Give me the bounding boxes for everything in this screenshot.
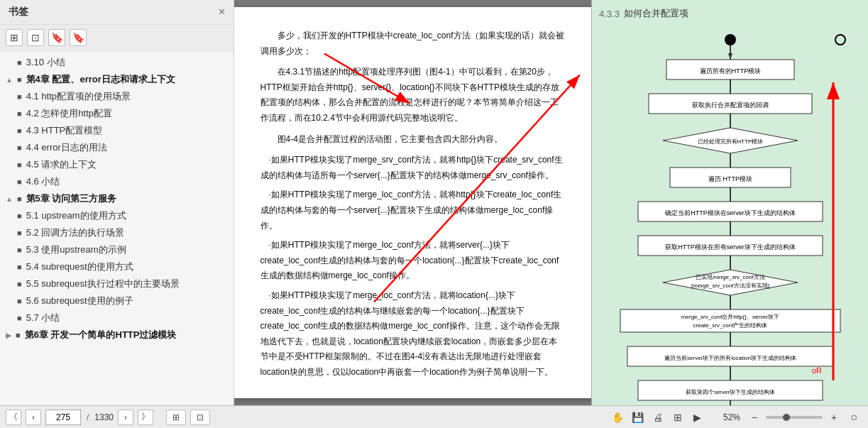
svg-point-3: [725, 34, 736, 45]
sidebar-item-45[interactable]: ■ 4.5 请求的上下文: [0, 156, 234, 173]
svg-text:已经处理完所有HTTP模块: 已经处理完所有HTTP模块: [698, 138, 764, 145]
sidebar-title: 书签: [9, 6, 28, 18]
bookmark-tool-4[interactable]: 🔖: [70, 29, 87, 46]
close-button[interactable]: ×: [219, 6, 225, 18]
svg-text:获取HTTP模块在所有server块下生成的结构体: 获取HTTP模块在所有server块下生成的结构体: [665, 243, 796, 251]
zoom-level: 52%: [720, 412, 743, 422]
sidebar-item-51[interactable]: ■ 5.1 upstream的使用方式: [0, 207, 234, 224]
page-container[interactable]: 多少，我们开发的HTTP模块中create_loc_conf方法（如果实现的话）…: [234, 0, 591, 405]
circle-button[interactable]: ○: [845, 409, 862, 426]
sidebar-item-55[interactable]: ■ 5.5 subrequest执行过程中的主要场景: [0, 275, 234, 292]
sidebar-item-ch6[interactable]: ▶ ■ 第6章 开发一个简单的HTTP过滤模块: [0, 327, 234, 344]
bullet-icon: ■: [17, 75, 22, 84]
svg-text:获取执行合并配置项的回调: 获取执行合并配置项的回调: [692, 101, 769, 109]
bullet-icon: ■: [17, 297, 22, 305]
next-page-button[interactable]: ›: [118, 410, 133, 425]
sidebar-item-53[interactable]: ■ 5.3 使用upstream的示例: [0, 241, 234, 258]
print-button[interactable]: 🖨: [649, 409, 666, 426]
diagram-title-text: 如何合并配置项: [624, 7, 688, 20]
paragraph-2: 在4.3.1节描述的http配置项处理序列图（图4-1）中可以看到，在第20步，…: [260, 65, 566, 126]
bullet-3: ·如果HTTP模块实现了merge_loc_conf方法，就将server{..…: [260, 238, 566, 284]
svg-text:遍历所有的HTTP模块: 遍历所有的HTTP模块: [700, 67, 762, 75]
sidebar-item-46[interactable]: ■ 4.6 小结: [0, 173, 234, 190]
expand-icon: ▲: [6, 195, 13, 203]
svg-text:oR: oR: [812, 366, 822, 375]
bullet-icon: ■: [16, 331, 21, 339]
svg-text:遍历 HTTP模块: 遍历 HTTP模块: [708, 175, 752, 182]
paragraph-3: 图4-4是合并配置过程的活动图，它主要包含四大部分内容。: [260, 132, 566, 148]
page-number-input[interactable]: [45, 410, 81, 425]
sidebar-item-42[interactable]: ■ 4.2 怎样使用http配置: [0, 105, 234, 122]
sidebar-item-310[interactable]: ■ 3.10 小结: [0, 54, 234, 71]
sidebar-item-ch5[interactable]: ▲ ■ 第5章 访问第三方服务: [0, 190, 234, 207]
bullet-icon: ■: [17, 92, 22, 101]
svg-rect-28: [620, 309, 840, 332]
prev-page-button[interactable]: ‹: [26, 410, 41, 425]
svg-text:确定当前HTTP模块在server块下生成的结构体: 确定当前HTTP模块在server块下生成的结构体: [664, 209, 796, 216]
first-page-button[interactable]: 《: [6, 410, 21, 425]
bullet-icon: ■: [17, 58, 22, 67]
sidebar-toolbar: ⊞ ⊡ 🔖 🔖: [0, 25, 234, 51]
svg-text:已实现merge_srv_conf方法: 已实现merge_srv_conf方法: [696, 274, 764, 280]
last-page-button[interactable]: 》: [138, 410, 153, 425]
play-button[interactable]: ▶: [689, 409, 706, 426]
sidebar-item-43[interactable]: ■ 4.3 HTTP配置模型: [0, 122, 234, 139]
bullet-icon: ■: [17, 109, 22, 118]
sidebar-header: 书签 ×: [0, 0, 234, 25]
bullet-icon: ■: [17, 246, 22, 254]
zoom-thumb[interactable]: [783, 414, 790, 421]
sidebar-item-44[interactable]: ■ 4.4 error日志的用法: [0, 139, 234, 156]
bottom-bar: 《 ‹ / 1330 › 》 ⊞ ⊡ ✋ 💾 🖨 ⊞ ▶ 52% − + ○: [0, 405, 868, 428]
sidebar-item-ch4[interactable]: ▲ ■ 第4章 配置、error日志和请求上下文: [0, 71, 234, 88]
diagram-header: 4.3.3 如何合并配置项: [599, 7, 861, 20]
svg-text:create_srv_conf产生的结构体: create_srv_conf产生的结构体: [693, 322, 768, 329]
svg-text:获取第四个server块下生成的结构体: 获取第四个server块下生成的结构体: [686, 389, 775, 395]
bullet-icon: ■: [17, 280, 22, 288]
bullet-icon: ■: [17, 143, 22, 152]
right-toolbar: ✋ 💾 🖨 ⊞ ▶: [610, 409, 706, 426]
page-total: 1330: [94, 412, 114, 422]
diagram-panel: 4.3.3 如何合并配置项 遍历所有的HTTP模块 获取执行合并配置项: [591, 0, 868, 405]
svg-point-4: [835, 35, 845, 45]
svg-text:merge_srv_conf合并http{}、server块: merge_srv_conf合并http{}、server块下: [681, 314, 779, 320]
bullet-icon: ■: [17, 160, 22, 169]
bullet-icon: ■: [17, 314, 22, 322]
save-button[interactable]: 💾: [630, 409, 647, 426]
bullet-icon: ■: [17, 177, 22, 186]
sidebar-item-57[interactable]: ■ 5.7 小结: [0, 309, 234, 327]
zoom-out-button[interactable]: −: [747, 410, 762, 424]
bookmark-tool-1[interactable]: ⊞: [6, 29, 23, 46]
page-separator: /: [87, 412, 89, 422]
sidebar-item-52[interactable]: ■ 5.2 回调方法的执行场景: [0, 224, 234, 241]
bullet-icon: ■: [17, 194, 22, 203]
bullet-1: ·如果HTTP模块实现了merge_srv_conf方法，就将http{}块下c…: [260, 153, 566, 183]
sidebar-item-41[interactable]: ■ 4.1 http配置项的使用场景: [0, 88, 234, 105]
hand-tool-button[interactable]: ✋: [610, 409, 627, 426]
fit-page-button[interactable]: ⊞: [166, 410, 186, 425]
diagram-section-num: 4.3.3: [599, 9, 620, 19]
content-area: 多少，我们开发的HTTP模块中create_loc_conf方法（如果实现的话）…: [234, 0, 868, 405]
sidebar-content: ■ 3.10 小结 ▲ ■ 第4章 配置、error日志和请求上下文 ■ 4.1…: [0, 51, 234, 405]
paragraph-1: 多少，我们开发的HTTP模块中create_loc_conf方法（如果实现的话）…: [260, 28, 566, 59]
bookmark-tool-2[interactable]: ⊡: [27, 29, 44, 46]
sidebar-item-54[interactable]: ■ 5.4 subrequest的使用方式: [0, 258, 234, 275]
expand-icon: ▲: [6, 76, 13, 84]
zoom-in-button[interactable]: +: [827, 410, 841, 424]
expand-icon: ▶: [6, 331, 11, 339]
bullet-icon: ■: [17, 212, 22, 220]
bullet-icon: ■: [17, 229, 22, 237]
zoom-slider[interactable]: [766, 416, 823, 419]
svg-text:[merge_srv_conf方法没有实现]: [merge_srv_conf方法没有实现]: [691, 282, 769, 289]
svg-text:遍历当前server块下的所有location块下生成的结构: 遍历当前server块下的所有location块下生成的结构体: [664, 355, 796, 361]
bullet-icon: ■: [17, 263, 22, 271]
bullet-2: ·如果HTTP模块实现了merge_loc_conf方法，就将http{}块下c…: [260, 187, 566, 234]
sidebar-item-56[interactable]: ■ 5.6 subrequest使用的例子: [0, 292, 234, 309]
bullet-icon: ■: [17, 126, 22, 135]
main-container: 书签 × ⊞ ⊡ 🔖 🔖 ■ 3.10 小结 ▲ ■ 第4章 配置、error日…: [0, 0, 868, 405]
sidebar: 书签 × ⊞ ⊡ 🔖 🔖 ■ 3.10 小结 ▲ ■ 第4章 配置、error日…: [0, 0, 234, 405]
pages-view-button[interactable]: ⊞: [669, 409, 686, 426]
bookmark-tool-3[interactable]: 🔖: [48, 29, 65, 46]
flowchart-diagram: 遍历所有的HTTP模块 获取执行合并配置项的回调 已经处理完所有HTTP模块 遍…: [599, 26, 862, 405]
fit-width-button[interactable]: ⊡: [190, 410, 210, 425]
bullet-4: ·如果HTTP模块实现了merge_loc_conf方法，就将location{…: [260, 288, 566, 380]
